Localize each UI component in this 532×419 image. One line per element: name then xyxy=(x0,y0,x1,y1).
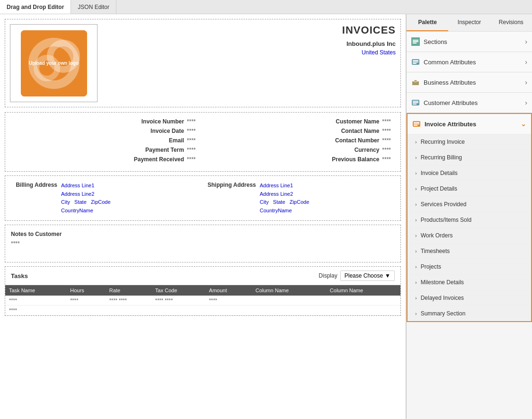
sub-label-work-orders: Work Orders xyxy=(421,232,453,239)
sub-item-services-provided: › Services Provided xyxy=(408,196,531,212)
sub-arrow-milestone-details: › xyxy=(415,279,417,285)
sub-arrow-summary-section: › xyxy=(415,311,417,316)
display-label: Display xyxy=(319,272,337,279)
table-row: **** xyxy=(5,306,400,315)
shipping-line-1: Address Line1 xyxy=(260,182,310,190)
palette-tab-inspector[interactable]: Inspector xyxy=(448,14,490,31)
tab-json-editor[interactable]: JSON Editor xyxy=(71,0,116,14)
sub-item-milestone-details: › Milestone Details xyxy=(408,274,531,290)
cell-col1-1 xyxy=(252,296,326,306)
customer-attributes-label: Customer Attributes xyxy=(424,99,478,106)
accordion-customer-header[interactable]: Customer Attributes › xyxy=(407,93,532,113)
shipping-address-block: Shipping Address Address Line1 Address L… xyxy=(208,182,391,215)
value-payment-term: **** xyxy=(187,147,196,153)
sub-accordion-timesheets-header[interactable]: › Timesheets xyxy=(408,244,531,259)
svg-rect-20 xyxy=(414,123,419,124)
cell-col2-2 xyxy=(326,306,400,315)
invoice-title: INVOICES xyxy=(342,24,396,36)
field-row-payment-received: Payment Received **** xyxy=(15,156,196,163)
sub-label-timesheets: Timesheets xyxy=(421,248,450,254)
value-invoice-date: **** xyxy=(187,128,196,134)
sub-accordion-recurring-billing-header[interactable]: › Recurring Billing xyxy=(408,150,531,165)
sub-arrow-services-provided: › xyxy=(415,201,417,207)
sub-arrow-invoice-details: › xyxy=(415,170,417,176)
invoice-attributes-label: Invoice Attributes xyxy=(425,121,476,128)
main-layout: Upload your own logo INVOICES Inbound.pl… xyxy=(0,14,532,419)
sections-arrow-icon: › xyxy=(525,38,527,45)
sub-accordion-services-provided-header[interactable]: › Services Provided xyxy=(408,197,531,212)
accordion-invoice-attributes: Invoice Attributes ⌄ › Recurring Invoice… xyxy=(407,113,532,322)
sub-label-summary-section: Summary Section xyxy=(421,310,466,317)
shipping-line-2: Address Line2 xyxy=(260,190,310,199)
logo-placeholder: Upload your own logo xyxy=(21,30,87,96)
field-row-customer-name: Customer Name **** xyxy=(210,118,391,125)
logo-box[interactable]: Upload your own logo xyxy=(10,24,98,102)
invoice-attributes-icon xyxy=(412,120,421,128)
accordion-sections-header[interactable]: Sections › xyxy=(407,32,532,52)
top-tabs-bar: Drag and Drop Editor JSON Editor xyxy=(0,0,532,14)
field-column-right: Customer Name **** Contact Name **** Con… xyxy=(210,118,391,166)
billing-address-block: Billing Address Address Line1 Address Li… xyxy=(15,182,198,215)
sections-icon xyxy=(411,37,420,46)
invoice-right-header: INVOICES Inbound.plus Inc United States xyxy=(342,24,396,56)
value-contact-name: **** xyxy=(382,128,391,134)
shipping-line-4: CountryName xyxy=(260,207,310,215)
sub-label-milestone-details: Milestone Details xyxy=(421,279,464,286)
svg-rect-19 xyxy=(414,122,419,123)
dropdown-arrow-icon: ▼ xyxy=(385,272,390,279)
shipping-address-label: Shipping Address xyxy=(208,182,256,215)
sub-accordion-recurring-invoice-header[interactable]: › Recurring Invoice xyxy=(408,134,531,149)
invoice-attributes-collapse-icon: ⌄ xyxy=(521,120,526,128)
invoice-canvas: Upload your own logo INVOICES Inbound.pl… xyxy=(0,14,406,419)
sub-label-products-items-sold: Products/Items Sold xyxy=(421,217,471,223)
sub-label-services-provided: Services Provided xyxy=(421,201,467,208)
sub-label-project-details: Project Details xyxy=(421,185,457,192)
sub-accordion-milestone-details-header[interactable]: › Milestone Details xyxy=(408,275,531,290)
svg-rect-15 xyxy=(413,101,418,102)
col-column-name-2: Column Name xyxy=(326,285,400,296)
shipping-line-3: City State ZipCode xyxy=(260,198,310,207)
accordion-common-header[interactable]: Common Attributes › xyxy=(407,52,532,72)
svg-rect-6 xyxy=(413,41,418,42)
table-row: **** **** **** **** **** **** **** xyxy=(5,296,400,306)
please-choose-label: Please Choose xyxy=(345,272,383,279)
sub-accordion-summary-section-header[interactable]: › Summary Section xyxy=(408,306,531,321)
label-payment-received: Payment Received xyxy=(132,156,184,163)
logo-upload-text: Upload your own logo xyxy=(21,60,87,66)
palette-tab-palette[interactable]: Palette xyxy=(407,14,448,31)
field-row-invoice-number: Invoice Number **** xyxy=(15,118,196,125)
sub-accordion-projects-header[interactable]: › Projects xyxy=(408,259,531,274)
label-email: Email xyxy=(132,137,184,144)
company-name: Inbound.plus Inc xyxy=(342,40,396,47)
cell-amount-1: **** xyxy=(205,296,252,306)
sections-label: Sections xyxy=(424,38,447,45)
col-task-name: Task Name xyxy=(5,285,66,296)
invoice-attributes-sub-accordion: › Recurring Invoice › Recurring Billing … xyxy=(408,134,531,321)
field-row-invoice-date: Invoice Date **** xyxy=(15,128,196,134)
sub-item-recurring-billing: › Recurring Billing xyxy=(408,149,531,165)
col-hours: Hours xyxy=(66,285,106,296)
col-column-name-1: Column Name xyxy=(252,285,326,296)
canvas-area: Upload your own logo INVOICES Inbound.pl… xyxy=(0,14,407,419)
please-choose-button[interactable]: Please Choose ▼ xyxy=(340,271,395,281)
address-section: Billing Address Address Line1 Address Li… xyxy=(5,175,401,221)
accordion-invoice-header[interactable]: Invoice Attributes ⌄ xyxy=(408,114,531,134)
business-attributes-label: Business Attributes xyxy=(424,79,476,86)
common-attributes-arrow-icon: › xyxy=(525,58,527,66)
sub-accordion-delayed-invoices-header[interactable]: › Delayed Invoices xyxy=(408,290,531,306)
sub-arrow-projects: › xyxy=(415,264,417,270)
label-currency: Currency xyxy=(327,147,379,153)
field-row-previous-balance: Previous Balance **** xyxy=(210,156,391,163)
sub-accordion-invoice-details-header[interactable]: › Invoice Details xyxy=(408,166,531,181)
field-row-contact-number: Contact Number **** xyxy=(210,137,391,144)
right-panel: Palette Inspector Revisions Sections › xyxy=(407,14,532,419)
sub-accordion-work-orders-header[interactable]: › Work Orders xyxy=(408,228,531,243)
tab-drag-drop-editor[interactable]: Drag and Drop Editor xyxy=(0,0,71,14)
shipping-address-lines: Address Line1 Address Line2 City State Z… xyxy=(260,182,310,215)
sub-accordion-project-details-header[interactable]: › Project Details xyxy=(408,181,531,196)
label-customer-name: Customer Name xyxy=(327,118,379,125)
accordion-business-header[interactable]: Business Attributes › xyxy=(407,72,532,92)
label-payment-term: Payment Term xyxy=(132,147,184,153)
palette-tab-revisions[interactable]: Revisions xyxy=(490,14,532,31)
sub-accordion-products-items-sold-header[interactable]: › Products/Items Sold xyxy=(408,212,531,227)
